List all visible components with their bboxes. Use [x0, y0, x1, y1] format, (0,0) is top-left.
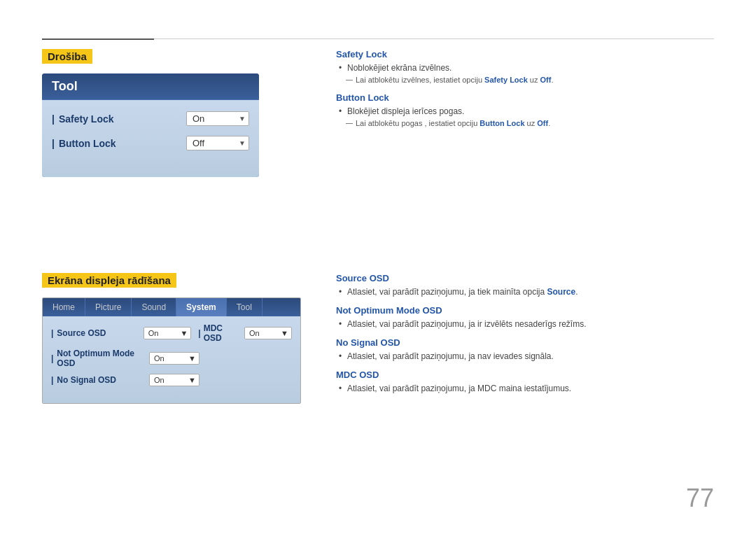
tool-panel-body: Safety Lock On ▼ Button Lock Off ▼ [42, 100, 259, 177]
tab-system[interactable]: System [176, 298, 227, 316]
not-optimum-label: Not Optimum Mode OSD [51, 349, 149, 368]
source-inline-bold: Source [547, 287, 575, 297]
osd-body: Source OSD On ▼ MDC OSD On ▼ Not Optimum… [43, 316, 300, 403]
tab-home[interactable]: Home [43, 298, 85, 316]
button-lock-desc-bullet: Blokējiet displeja ierīces pogas. [336, 106, 728, 116]
not-optimum-row: Not Optimum Mode OSD On ▼ [51, 349, 292, 368]
mdc-osd-desc-title: MDC OSD [336, 370, 728, 380]
safety-lock-label: Safety Lock [52, 113, 114, 125]
mdc-osd-group: MDC OSD On ▼ [198, 323, 292, 343]
not-optimum-desc-title: Not Optimum Mode OSD [336, 305, 728, 316]
mdc-osd-desc-bullet: Atlasiet, vai parādīt paziņojumu, ja MDC… [336, 384, 728, 393]
safety-lock-row: Safety Lock On ▼ [52, 111, 249, 126]
no-signal-value: On [154, 376, 164, 384]
no-signal-arrow: ▼ [188, 376, 196, 384]
mdc-osd-label: MDC OSD [198, 323, 240, 343]
not-optimum-select[interactable]: On ▼ [149, 352, 200, 365]
source-osd-label: Source OSD [51, 328, 144, 338]
tab-picture[interactable]: Picture [85, 298, 132, 316]
mdc-osd-arrow: ▼ [281, 329, 288, 337]
section2-ekrana: Ekrāna displeja rādīšana Home Picture So… [42, 273, 343, 404]
safety-lock-arrow: ▼ [239, 115, 246, 122]
no-signal-row: No Signal OSD On ▼ [51, 374, 292, 386]
source-osd-arrow: ▼ [180, 329, 188, 337]
section2-title: Ekrāna displeja rādīšana [42, 273, 176, 288]
not-optimum-arrow: ▼ [188, 354, 196, 363]
not-optimum-desc-bullet: Atlasiet, vai parādīt paziņojumu, ja ir … [336, 319, 728, 329]
safety-lock-desc-sub: Lai atblokētu izvēlnes, iestatiet opciju… [336, 76, 728, 84]
button-lock-desc-title: Button Lock [336, 92, 728, 103]
not-optimum-value: On [154, 354, 164, 363]
top-line-dark [42, 38, 154, 40]
section1-droshiba: Drošiba Tool Safety Lock On ▼ Button Loc… [42, 49, 343, 177]
button-lock-desc-sub: Lai atblokētu pogas , iestatiet opciju B… [336, 119, 728, 127]
tab-sound[interactable]: Sound [132, 298, 176, 316]
safety-lock-off-bold: Off [540, 76, 552, 84]
no-signal-desc-title: No Signal OSD [336, 337, 728, 348]
source-osd-value: On [148, 329, 159, 337]
button-lock-value: Off [192, 138, 204, 148]
desc-section1: Safety Lock Noblokējiet ekrāna izvēlnes.… [336, 49, 728, 129]
mdc-osd-select[interactable]: On ▼ [244, 327, 292, 339]
source-osd-select[interactable]: On ▼ [144, 327, 191, 339]
button-lock-off-bold: Off [537, 119, 548, 127]
page-number: 77 [686, 484, 714, 513]
safety-lock-desc-bullet: Noblokējiet ekrāna izvēlnes. [336, 63, 728, 73]
safety-lock-select[interactable]: On ▼ [186, 111, 249, 126]
no-signal-select[interactable]: On ▼ [149, 374, 200, 386]
button-lock-arrow: ▼ [239, 139, 246, 147]
no-signal-label: No Signal OSD [51, 375, 149, 385]
button-lock-select[interactable]: Off ▼ [186, 136, 249, 150]
button-lock-label: Button Lock [52, 138, 116, 149]
safety-lock-inline-bold: Safety Lock [484, 76, 528, 84]
tool-panel: Tool Safety Lock On ▼ Button Lock Off ▼ [42, 73, 259, 177]
section1-title: Drošiba [42, 49, 92, 64]
no-signal-desc-bullet: Atlasiet, vai parādīt paziņojumu, ja nav… [336, 351, 728, 361]
button-lock-row: Button Lock Off ▼ [52, 136, 249, 150]
osd-tabs: Home Picture Sound System Tool [43, 298, 300, 316]
source-osd-row: Source OSD On ▼ MDC OSD On ▼ [51, 323, 292, 343]
tab-tool[interactable]: Tool [227, 298, 262, 316]
source-osd-desc-bullet: Atlasiet, vai parādīt paziņojumu, ja tie… [336, 287, 728, 297]
button-lock-inline-bold: Button Lock [479, 119, 524, 127]
source-osd-desc-title: Source OSD [336, 273, 728, 283]
tool-panel-header: Tool [42, 73, 259, 100]
mdc-osd-value: On [249, 329, 260, 337]
desc-section2: Source OSD Atlasiet, vai parādīt paziņoj… [336, 273, 728, 396]
safety-lock-desc-title: Safety Lock [336, 49, 728, 59]
safety-lock-value: On [192, 113, 204, 124]
osd-panel: Home Picture Sound System Tool Source OS… [42, 297, 301, 404]
